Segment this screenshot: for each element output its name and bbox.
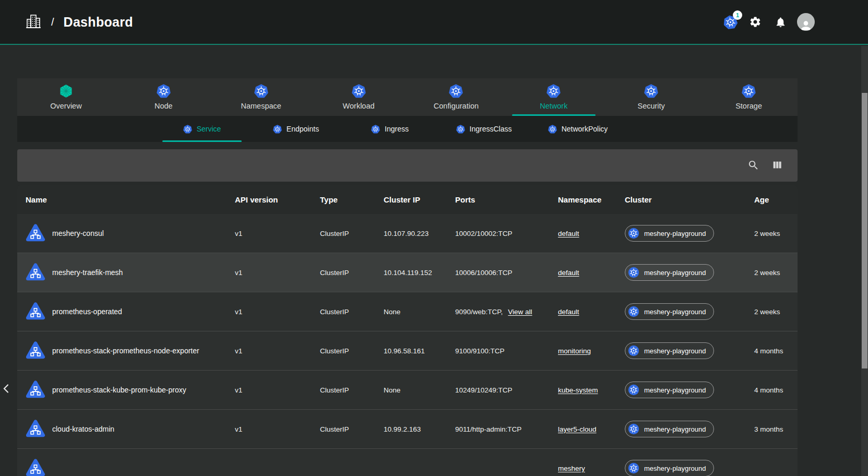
column-header-name[interactable]: Name [26,195,235,204]
drawer-collapse-button[interactable] [0,379,11,398]
tab-node[interactable]: Node [115,78,212,116]
subtab-label: Endpoints [287,125,319,133]
kubernetes-icon [628,345,639,356]
namespace-link[interactable]: kube-system [558,386,598,394]
subtab-label: NetworkPolicy [562,125,608,133]
age-cell: 2 weeks [754,308,798,316]
cluster-ip-cell: 10.107.90.223 [384,230,455,237]
name-cell: prometheus-stack-prometheus-node-exporte… [26,341,235,361]
notifications-bell-icon[interactable] [772,14,789,30]
subtab-label: IngressClass [470,125,512,133]
kubernetes-service-icon [26,302,45,322]
cluster-cell: meshery-playground [625,303,754,320]
service-name[interactable]: prometheus-stack-prometheus-node-exporte… [52,347,199,355]
cluster-chip[interactable]: meshery-playground [625,421,714,437]
table-row[interactable]: prometheus-stack-kube-prom-kube-proxyv1C… [17,371,798,410]
view-all-ports-link[interactable]: View all [508,308,532,316]
cluster-chip[interactable]: meshery-playground [625,342,714,359]
column-header-api-version[interactable]: API version [235,195,320,204]
organization-building-icon[interactable] [25,14,42,30]
service-name[interactable]: prometheus-stack-kube-prom-kube-proxy [52,386,186,394]
ports-cell: 10002/10002:TCP [455,230,558,237]
cluster-ip-cell: 10.99.2.163 [384,425,455,433]
cluster-cell: meshery-playground [625,382,754,398]
service-name[interactable]: meshery-consul [52,229,104,237]
cluster-chip[interactable]: meshery-playground [625,264,714,281]
table-row[interactable]: prometheus-stack-prometheus-node-exporte… [17,331,798,371]
cluster-chip[interactable]: meshery-playground [625,382,714,398]
type-cell: ClusterIP [320,308,384,316]
tab-workload[interactable]: Workload [310,78,408,116]
column-header-cluster-ip[interactable]: Cluster IP [384,195,455,204]
namespace-link[interactable]: layer5-cloud [558,425,597,433]
column-header-cluster[interactable]: Cluster [625,195,754,204]
cluster-cell: meshery-playground [625,342,754,359]
cluster-chip[interactable]: meshery-playground [625,225,714,242]
settings-gear-icon[interactable] [747,14,764,30]
service-name[interactable]: meshery-traefik-mesh [52,268,123,277]
age-cell: 2 weeks [754,230,798,237]
service-name[interactable]: prometheus-operated [52,307,122,316]
table-row[interactable]: meshery-traefik-meshv1ClusterIP10.104.11… [17,253,798,292]
namespace-link[interactable]: default [558,230,579,237]
kubernetes-icon [352,84,366,98]
cluster-chip-label: meshery-playground [644,425,706,433]
table-row[interactable]: mesherymeshery-playground [17,449,798,476]
cluster-chip[interactable]: meshery-playground [625,303,714,320]
age-cell: 4 months [754,347,798,355]
kubernetes-service-icon [26,380,45,400]
column-header-ports[interactable]: Ports [455,195,558,204]
table-body: meshery-consulv1ClusterIP10.107.90.22310… [17,214,798,476]
cluster-chip[interactable]: meshery-playground [625,460,714,476]
cluster-chip-label: meshery-playground [644,269,706,277]
subtab-ingressclass[interactable]: IngressClass [437,116,531,142]
type-cell: ClusterIP [320,269,384,277]
cluster-ip-cell: 10.104.119.152 [384,269,455,277]
kubernetes-service-icon [26,341,45,361]
kubernetes-icon [742,84,756,98]
context-count-badge: 1 [733,10,742,20]
kubernetes-context-button[interactable]: 1 [722,14,739,30]
kubernetes-icon [254,84,268,98]
column-header-namespace[interactable]: Namespace [558,195,625,204]
view-columns-icon[interactable] [771,159,784,172]
column-header-type[interactable]: Type [320,195,384,204]
ports-value: 10006/10006:TCP [455,269,513,277]
namespace-cell: kube-system [558,386,625,394]
search-icon[interactable] [747,159,760,172]
tab-overview[interactable]: Overview [17,78,115,116]
chevron-left-icon [3,384,9,394]
tab-configuration[interactable]: Configuration [408,78,505,116]
kubernetes-icon [628,462,639,474]
page-scrollbar-thumb[interactable] [862,93,867,368]
services-table: NameAPI versionTypeCluster IPPortsNamesp… [17,185,798,476]
kubernetes-service-icon [26,223,45,243]
user-avatar[interactable] [797,13,815,31]
subtab-ingress[interactable]: Ingress [343,116,437,142]
tab-network[interactable]: Network [505,78,602,116]
tab-storage[interactable]: Storage [700,78,798,116]
table-row[interactable]: meshery-consulv1ClusterIP10.107.90.22310… [17,214,798,253]
type-cell: ClusterIP [320,425,384,433]
tab-label: Security [637,102,664,110]
cluster-chip-label: meshery-playground [644,386,706,394]
subtab-networkpolicy[interactable]: NetworkPolicy [531,116,625,142]
cluster-cell: meshery-playground [625,225,754,242]
subtab-endpoints[interactable]: Endpoints [249,116,343,142]
tab-namespace[interactable]: Namespace [212,78,310,116]
subtab-service[interactable]: Service [155,116,249,142]
age-cell: 2 weeks [754,269,798,277]
type-cell: ClusterIP [320,347,384,355]
page-scrollbar-track [861,46,868,476]
column-header-age[interactable]: Age [754,195,798,204]
namespace-link[interactable]: default [558,308,579,316]
service-name[interactable]: cloud-kratos-admin [52,425,114,433]
namespace-link[interactable]: meshery [558,465,585,472]
ports-value: 9090/web:TCP, [455,308,503,316]
table-row[interactable]: prometheus-operatedv1ClusterIPNone9090/w… [17,292,798,331]
ports-value: 10249/10249:TCP [455,386,513,394]
table-row[interactable]: cloud-kratos-adminv1ClusterIP10.99.2.163… [17,410,798,449]
tab-security[interactable]: Security [602,78,700,116]
namespace-link[interactable]: default [558,269,579,277]
namespace-link[interactable]: monitoring [558,347,591,355]
